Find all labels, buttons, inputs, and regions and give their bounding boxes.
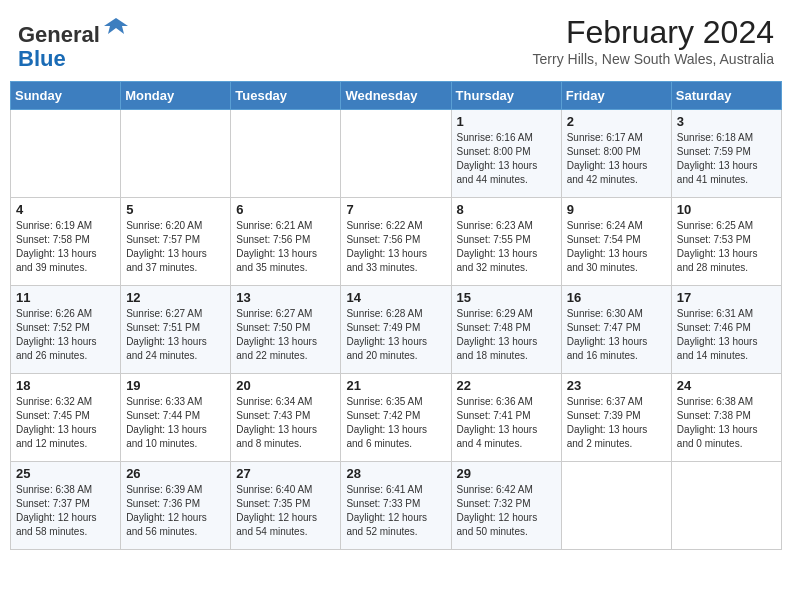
column-header-saturday: Saturday bbox=[671, 82, 781, 110]
calendar-cell: 5Sunrise: 6:20 AMSunset: 7:57 PMDaylight… bbox=[121, 198, 231, 286]
day-number: 13 bbox=[236, 290, 335, 305]
calendar-cell: 6Sunrise: 6:21 AMSunset: 7:56 PMDaylight… bbox=[231, 198, 341, 286]
day-number: 3 bbox=[677, 114, 776, 129]
calendar-cell: 25Sunrise: 6:38 AMSunset: 7:37 PMDayligh… bbox=[11, 462, 121, 550]
day-number: 18 bbox=[16, 378, 115, 393]
logo-general: General bbox=[18, 22, 100, 47]
calendar-cell: 11Sunrise: 6:26 AMSunset: 7:52 PMDayligh… bbox=[11, 286, 121, 374]
day-number: 8 bbox=[457, 202, 556, 217]
logo-blue: Blue bbox=[18, 46, 66, 71]
column-header-wednesday: Wednesday bbox=[341, 82, 451, 110]
day-number: 22 bbox=[457, 378, 556, 393]
day-number: 28 bbox=[346, 466, 445, 481]
calendar-cell bbox=[341, 110, 451, 198]
day-info: Sunrise: 6:27 AMSunset: 7:50 PMDaylight:… bbox=[236, 307, 335, 363]
day-info: Sunrise: 6:32 AMSunset: 7:45 PMDaylight:… bbox=[16, 395, 115, 451]
day-number: 1 bbox=[457, 114, 556, 129]
calendar-cell: 28Sunrise: 6:41 AMSunset: 7:33 PMDayligh… bbox=[341, 462, 451, 550]
calendar-week-row: 11Sunrise: 6:26 AMSunset: 7:52 PMDayligh… bbox=[11, 286, 782, 374]
calendar-cell: 24Sunrise: 6:38 AMSunset: 7:38 PMDayligh… bbox=[671, 374, 781, 462]
calendar-cell: 20Sunrise: 6:34 AMSunset: 7:43 PMDayligh… bbox=[231, 374, 341, 462]
day-number: 5 bbox=[126, 202, 225, 217]
day-number: 14 bbox=[346, 290, 445, 305]
day-info: Sunrise: 6:41 AMSunset: 7:33 PMDaylight:… bbox=[346, 483, 445, 539]
logo: General Blue bbox=[18, 14, 130, 71]
day-info: Sunrise: 6:25 AMSunset: 7:53 PMDaylight:… bbox=[677, 219, 776, 275]
calendar-cell: 22Sunrise: 6:36 AMSunset: 7:41 PMDayligh… bbox=[451, 374, 561, 462]
day-info: Sunrise: 6:24 AMSunset: 7:54 PMDaylight:… bbox=[567, 219, 666, 275]
day-info: Sunrise: 6:35 AMSunset: 7:42 PMDaylight:… bbox=[346, 395, 445, 451]
calendar-cell: 19Sunrise: 6:33 AMSunset: 7:44 PMDayligh… bbox=[121, 374, 231, 462]
day-number: 19 bbox=[126, 378, 225, 393]
day-info: Sunrise: 6:38 AMSunset: 7:37 PMDaylight:… bbox=[16, 483, 115, 539]
day-number: 23 bbox=[567, 378, 666, 393]
calendar-cell bbox=[561, 462, 671, 550]
calendar-header-row: SundayMondayTuesdayWednesdayThursdayFrid… bbox=[11, 82, 782, 110]
column-header-monday: Monday bbox=[121, 82, 231, 110]
calendar-cell: 21Sunrise: 6:35 AMSunset: 7:42 PMDayligh… bbox=[341, 374, 451, 462]
calendar-cell: 14Sunrise: 6:28 AMSunset: 7:49 PMDayligh… bbox=[341, 286, 451, 374]
day-number: 26 bbox=[126, 466, 225, 481]
day-number: 29 bbox=[457, 466, 556, 481]
calendar-table: SundayMondayTuesdayWednesdayThursdayFrid… bbox=[10, 81, 782, 550]
day-info: Sunrise: 6:30 AMSunset: 7:47 PMDaylight:… bbox=[567, 307, 666, 363]
day-info: Sunrise: 6:42 AMSunset: 7:32 PMDaylight:… bbox=[457, 483, 556, 539]
day-number: 7 bbox=[346, 202, 445, 217]
calendar-week-row: 18Sunrise: 6:32 AMSunset: 7:45 PMDayligh… bbox=[11, 374, 782, 462]
calendar-cell: 4Sunrise: 6:19 AMSunset: 7:58 PMDaylight… bbox=[11, 198, 121, 286]
day-number: 27 bbox=[236, 466, 335, 481]
calendar-week-row: 25Sunrise: 6:38 AMSunset: 7:37 PMDayligh… bbox=[11, 462, 782, 550]
day-number: 2 bbox=[567, 114, 666, 129]
column-header-tuesday: Tuesday bbox=[231, 82, 341, 110]
location: Terry Hills, New South Wales, Australia bbox=[533, 51, 774, 67]
day-number: 17 bbox=[677, 290, 776, 305]
column-header-friday: Friday bbox=[561, 82, 671, 110]
calendar-cell: 7Sunrise: 6:22 AMSunset: 7:56 PMDaylight… bbox=[341, 198, 451, 286]
day-number: 10 bbox=[677, 202, 776, 217]
calendar-cell: 17Sunrise: 6:31 AMSunset: 7:46 PMDayligh… bbox=[671, 286, 781, 374]
calendar-cell: 2Sunrise: 6:17 AMSunset: 8:00 PMDaylight… bbox=[561, 110, 671, 198]
day-info: Sunrise: 6:26 AMSunset: 7:52 PMDaylight:… bbox=[16, 307, 115, 363]
day-info: Sunrise: 6:37 AMSunset: 7:39 PMDaylight:… bbox=[567, 395, 666, 451]
day-info: Sunrise: 6:18 AMSunset: 7:59 PMDaylight:… bbox=[677, 131, 776, 187]
day-info: Sunrise: 6:40 AMSunset: 7:35 PMDaylight:… bbox=[236, 483, 335, 539]
day-info: Sunrise: 6:33 AMSunset: 7:44 PMDaylight:… bbox=[126, 395, 225, 451]
header: General Blue February 2024 Terry Hills, … bbox=[10, 10, 782, 75]
day-number: 4 bbox=[16, 202, 115, 217]
calendar-cell: 29Sunrise: 6:42 AMSunset: 7:32 PMDayligh… bbox=[451, 462, 561, 550]
day-number: 9 bbox=[567, 202, 666, 217]
day-number: 15 bbox=[457, 290, 556, 305]
page-container: General Blue February 2024 Terry Hills, … bbox=[10, 10, 782, 550]
calendar-week-row: 4Sunrise: 6:19 AMSunset: 7:58 PMDaylight… bbox=[11, 198, 782, 286]
calendar-cell bbox=[671, 462, 781, 550]
day-info: Sunrise: 6:16 AMSunset: 8:00 PMDaylight:… bbox=[457, 131, 556, 187]
day-number: 21 bbox=[346, 378, 445, 393]
calendar-cell: 15Sunrise: 6:29 AMSunset: 7:48 PMDayligh… bbox=[451, 286, 561, 374]
day-info: Sunrise: 6:36 AMSunset: 7:41 PMDaylight:… bbox=[457, 395, 556, 451]
calendar-cell bbox=[11, 110, 121, 198]
calendar-cell: 8Sunrise: 6:23 AMSunset: 7:55 PMDaylight… bbox=[451, 198, 561, 286]
day-info: Sunrise: 6:27 AMSunset: 7:51 PMDaylight:… bbox=[126, 307, 225, 363]
calendar-cell bbox=[121, 110, 231, 198]
day-info: Sunrise: 6:22 AMSunset: 7:56 PMDaylight:… bbox=[346, 219, 445, 275]
calendar-cell: 9Sunrise: 6:24 AMSunset: 7:54 PMDaylight… bbox=[561, 198, 671, 286]
logo-bird-icon bbox=[102, 14, 130, 42]
day-info: Sunrise: 6:38 AMSunset: 7:38 PMDaylight:… bbox=[677, 395, 776, 451]
day-info: Sunrise: 6:34 AMSunset: 7:43 PMDaylight:… bbox=[236, 395, 335, 451]
day-info: Sunrise: 6:23 AMSunset: 7:55 PMDaylight:… bbox=[457, 219, 556, 275]
calendar-cell: 16Sunrise: 6:30 AMSunset: 7:47 PMDayligh… bbox=[561, 286, 671, 374]
calendar-cell: 13Sunrise: 6:27 AMSunset: 7:50 PMDayligh… bbox=[231, 286, 341, 374]
column-header-thursday: Thursday bbox=[451, 82, 561, 110]
day-info: Sunrise: 6:20 AMSunset: 7:57 PMDaylight:… bbox=[126, 219, 225, 275]
day-number: 20 bbox=[236, 378, 335, 393]
column-header-sunday: Sunday bbox=[11, 82, 121, 110]
day-number: 16 bbox=[567, 290, 666, 305]
calendar-cell: 27Sunrise: 6:40 AMSunset: 7:35 PMDayligh… bbox=[231, 462, 341, 550]
calendar-cell bbox=[231, 110, 341, 198]
svg-marker-0 bbox=[104, 18, 128, 34]
calendar-cell: 10Sunrise: 6:25 AMSunset: 7:53 PMDayligh… bbox=[671, 198, 781, 286]
day-info: Sunrise: 6:29 AMSunset: 7:48 PMDaylight:… bbox=[457, 307, 556, 363]
day-info: Sunrise: 6:39 AMSunset: 7:36 PMDaylight:… bbox=[126, 483, 225, 539]
day-info: Sunrise: 6:17 AMSunset: 8:00 PMDaylight:… bbox=[567, 131, 666, 187]
calendar-cell: 18Sunrise: 6:32 AMSunset: 7:45 PMDayligh… bbox=[11, 374, 121, 462]
